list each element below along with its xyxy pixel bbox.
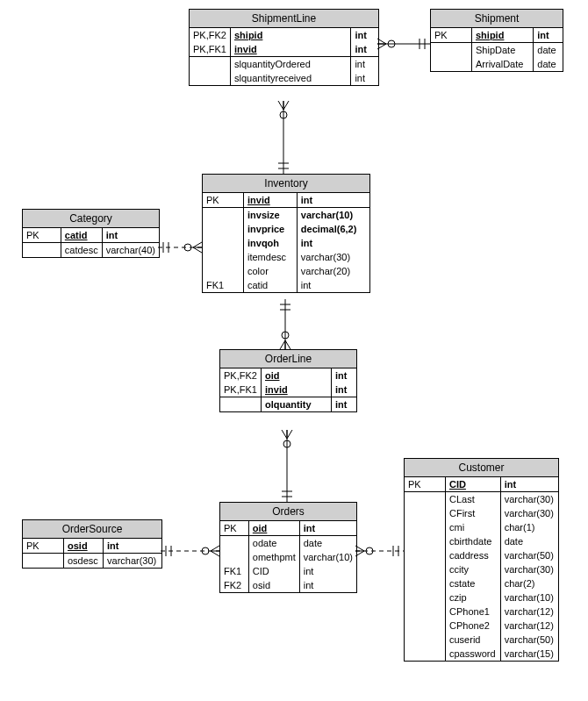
svg-point-9: [184, 244, 191, 251]
entity-title: OrderSource: [23, 520, 161, 539]
table-row: CFirstvarchar(30): [405, 506, 558, 520]
table-row: invpricedecimal(6,2): [203, 222, 369, 236]
table-row: odatedate: [220, 536, 356, 551]
table-row: FK1CIDint: [220, 564, 356, 578]
table-row: catdescvarchar(40): [23, 243, 159, 258]
table-row: ArrivalDatedate: [431, 57, 563, 71]
table-row: colorvarchar(20): [203, 264, 369, 278]
entity-orderline: OrderLine PK,FK2oidintPK,FK1invidintolqu…: [219, 349, 357, 412]
table-row: PK,FK2shipidint: [190, 28, 378, 42]
svg-point-15: [282, 332, 289, 339]
entity-customer: Customer PKCIDintCLastvarchar(30)CFirstv…: [404, 458, 559, 662]
table-row: ShipDatedate: [431, 43, 563, 58]
table-row: slquantityOrderedint: [190, 57, 378, 72]
entity-title: ShipmentLine: [190, 10, 378, 28]
entity-ordersource: OrderSource PKosidintosdescvarchar(30): [22, 519, 162, 569]
entity-orders: Orders PKoidintodatedateomethpmtvarchar(…: [219, 502, 357, 593]
entity-table: PK,FK2shipidintPK,FK1invidintslquantityO…: [190, 28, 378, 85]
table-row: PKoidint: [220, 521, 356, 536]
entity-title: OrderLine: [220, 350, 356, 368]
entity-table: PKoidintodatedateomethpmtvarchar(10)FK1C…: [220, 521, 356, 592]
table-row: PKcatidint: [23, 228, 159, 243]
table-row: caddressvarchar(50): [405, 548, 558, 562]
table-row: CLastvarchar(30): [405, 492, 558, 507]
svg-point-21: [202, 547, 209, 554]
table-row: FK1catidint: [203, 278, 369, 292]
entity-inventory: Inventory PKinvidintinvsizevarchar(10)in…: [202, 174, 370, 293]
table-row: cbirthdatedate: [405, 534, 558, 548]
table-row: FK2osidint: [220, 578, 356, 592]
entity-title: Inventory: [203, 175, 369, 193]
table-row: osdescvarchar(30): [23, 554, 161, 569]
table-row: PKinvidint: [203, 193, 369, 208]
entity-title: Category: [23, 210, 159, 228]
table-row: PK,FK1invidint: [220, 383, 356, 397]
entity-title: Customer: [405, 459, 558, 477]
table-row: CPhone2varchar(12): [405, 619, 558, 633]
table-row: cmichar(1): [405, 520, 558, 534]
table-row: PK,FK2oidint: [220, 368, 356, 383]
table-row: PKshipidint: [431, 28, 563, 43]
table-row: PKCIDint: [405, 477, 558, 492]
table-row: invqohint: [203, 236, 369, 250]
entity-shipment: Shipment PKshipidintShipDatedateArrivalD…: [430, 9, 563, 72]
table-row: cuseridvarchar(50): [405, 633, 558, 647]
entity-table: PKCIDintCLastvarchar(30)CFirstvarchar(30…: [405, 477, 558, 661]
entity-category: Category PKcatidintcatdescvarchar(40): [22, 209, 160, 258]
table-row: cstatechar(2): [405, 576, 558, 590]
table-row: CPhone1varchar(12): [405, 604, 558, 619]
entity-title: Orders: [220, 503, 356, 521]
table-row: olquantityint: [220, 397, 356, 412]
entity-table: PKosidintosdescvarchar(30): [23, 539, 161, 568]
entity-table: PKcatidintcatdescvarchar(40): [23, 228, 159, 257]
svg-point-1: [388, 40, 395, 47]
table-row: PKosidint: [23, 539, 161, 554]
entity-table: PKshipidintShipDatedateArrivalDatedate: [431, 28, 563, 71]
table-row: omethpmtvarchar(10): [220, 550, 356, 564]
table-row: itemdescvarchar(30): [203, 250, 369, 264]
svg-point-25: [366, 547, 373, 554]
table-row: invsizevarchar(10): [203, 208, 369, 223]
entity-table: PK,FK2oidintPK,FK1invidintolquantityint: [220, 368, 356, 411]
svg-point-5: [280, 111, 287, 118]
table-row: ccityvarchar(30): [405, 562, 558, 576]
table-row: PK,FK1invidint: [190, 42, 378, 57]
svg-point-17: [283, 440, 290, 447]
table-row: slquantityreceivedint: [190, 71, 378, 85]
table-row: cpasswordvarchar(15): [405, 647, 558, 661]
entity-title: Shipment: [431, 10, 563, 28]
entity-shipmentline: ShipmentLine PK,FK2shipidintPK,FK1invidi…: [189, 9, 379, 86]
table-row: czipvarchar(10): [405, 590, 558, 604]
entity-table: PKinvidintinvsizevarchar(10)invpricedeci…: [203, 193, 369, 292]
